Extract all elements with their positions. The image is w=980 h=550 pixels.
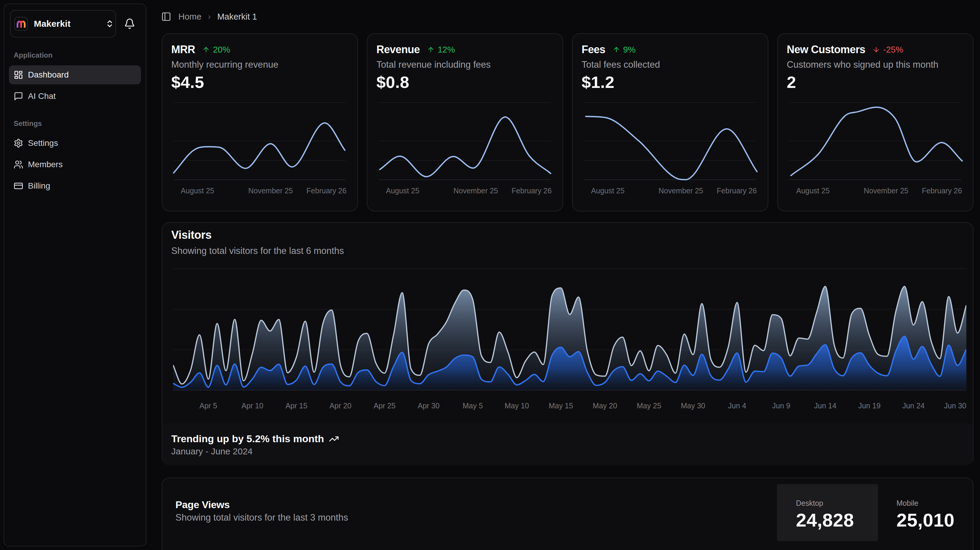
svg-text:Jun 24: Jun 24	[902, 401, 925, 410]
svg-text:Apr 15: Apr 15	[285, 401, 307, 410]
svg-text:Jun 30: Jun 30	[944, 401, 966, 410]
svg-text:Jun 4: Jun 4	[728, 401, 746, 410]
svg-text:November 25: November 25	[248, 187, 293, 195]
svg-text:Jun 9: Jun 9	[772, 401, 790, 410]
svg-text:Jun 19: Jun 19	[858, 401, 880, 410]
svg-text:February 26: February 26	[307, 187, 347, 195]
svg-text:Apr 10: Apr 10	[242, 401, 263, 410]
svg-text:Apr 20: Apr 20	[329, 401, 352, 410]
svg-text:May 30: May 30	[681, 401, 705, 410]
svg-text:February 26: February 26	[717, 187, 757, 195]
svg-text:August 25: August 25	[591, 187, 625, 195]
svg-text:Apr 5: Apr 5	[199, 401, 217, 410]
svg-text:May 5: May 5	[463, 401, 483, 410]
svg-text:Apr 25: Apr 25	[374, 401, 396, 410]
svg-text:May 25: May 25	[637, 401, 661, 410]
svg-text:Apr 30: Apr 30	[418, 401, 440, 410]
svg-text:November 25: November 25	[864, 187, 908, 195]
svg-text:May 10: May 10	[504, 401, 529, 410]
svg-text:November 25: November 25	[659, 187, 703, 195]
svg-text:November 25: November 25	[453, 187, 498, 195]
svg-text:February 26: February 26	[922, 187, 962, 195]
svg-text:May 20: May 20	[593, 401, 617, 410]
svg-text:August 25: August 25	[181, 187, 215, 195]
svg-text:August 25: August 25	[386, 187, 420, 195]
svg-text:Jun 14: Jun 14	[814, 401, 837, 410]
svg-text:August 25: August 25	[796, 187, 830, 195]
svg-text:February 26: February 26	[512, 187, 552, 195]
svg-text:May 15: May 15	[549, 401, 573, 410]
